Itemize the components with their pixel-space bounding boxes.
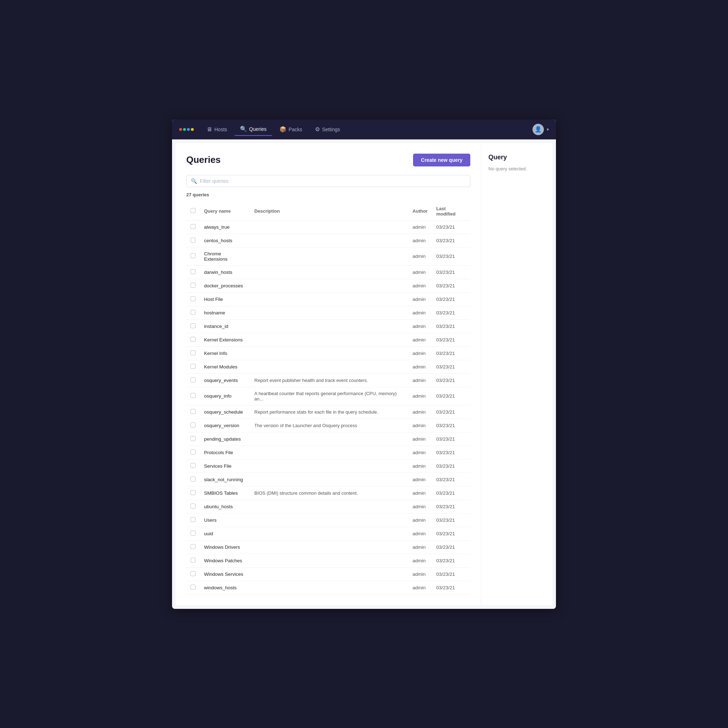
row-query-name[interactable]: Kernel Modules [200,360,250,373]
user-avatar[interactable]: 👤 [532,124,544,135]
row-query-name[interactable]: Windows Patches [200,554,250,567]
row-query-name[interactable]: windows_hosts [200,581,250,594]
row-query-name[interactable]: Windows Drivers [200,540,250,554]
row-query-name[interactable]: Kernel Extensions [200,333,250,346]
row-query-name[interactable]: darwin_hosts [200,265,250,279]
nav-item-hosts[interactable]: 🖥 Hosts [201,123,233,135]
table-row[interactable]: Windows Patches admin 03/23/21 [186,554,470,567]
row-query-name[interactable]: centos_hosts [200,234,250,247]
row-query-name[interactable]: Host File [200,292,250,306]
row-checkbox[interactable] [186,567,200,581]
row-checkbox[interactable] [186,473,200,486]
table-row[interactable]: osquery_version The version of the Launc… [186,418,470,432]
row-query-name[interactable]: Chrome Extensions [200,247,250,265]
table-row[interactable]: Chrome Extensions admin 03/23/21 [186,247,470,265]
row-checkbox[interactable] [186,234,200,247]
table-row[interactable]: always_true admin 03/23/21 [186,220,470,234]
row-checkbox[interactable] [186,405,200,418]
row-modified: 03/23/21 [432,247,470,265]
table-row[interactable]: slack_not_running admin 03/23/21 [186,473,470,486]
row-checkbox[interactable] [186,387,200,405]
row-query-name[interactable]: ubuntu_hosts [200,500,250,513]
row-query-name[interactable]: osquery_info [200,387,250,405]
row-checkbox[interactable] [186,220,200,234]
filter-input[interactable] [200,178,466,184]
table-row[interactable]: Users admin 03/23/21 [186,513,470,527]
row-query-name[interactable]: always_true [200,220,250,234]
row-author: admin [408,333,432,346]
row-checkbox[interactable] [186,265,200,279]
table-row[interactable]: centos_hosts admin 03/23/21 [186,234,470,247]
row-query-name[interactable]: hostname [200,306,250,319]
row-author: admin [408,581,432,594]
row-query-name[interactable]: Windows Services [200,567,250,581]
table-row[interactable]: docker_processes admin 03/23/21 [186,279,470,292]
row-query-name[interactable]: docker_processes [200,279,250,292]
table-row[interactable]: ubuntu_hosts admin 03/23/21 [186,500,470,513]
nav-item-packs[interactable]: 📦 Packs [274,123,308,135]
table-row[interactable]: Kernel Info admin 03/23/21 [186,346,470,360]
row-description [250,581,408,594]
row-checkbox[interactable] [186,554,200,567]
row-description: Report performance stats for each file i… [250,405,408,418]
row-checkbox[interactable] [186,418,200,432]
row-modified: 03/23/21 [432,527,470,540]
row-checkbox[interactable] [186,540,200,554]
row-checkbox[interactable] [186,486,200,500]
table-row[interactable]: windows_hosts admin 03/23/21 [186,581,470,594]
avatar-caret-icon[interactable]: ▾ [547,127,549,132]
row-query-name[interactable]: osquery_events [200,373,250,387]
row-checkbox[interactable] [186,446,200,459]
table-row[interactable]: Windows Services admin 03/23/21 [186,567,470,581]
table-row[interactable]: Windows Drivers admin 03/23/21 [186,540,470,554]
table-row[interactable]: osquery_events Report event publisher he… [186,373,470,387]
row-modified: 03/23/21 [432,387,470,405]
table-row[interactable]: darwin_hosts admin 03/23/21 [186,265,470,279]
table-row[interactable]: pending_updates admin 03/23/21 [186,432,470,446]
table-row[interactable]: SMBIOS Tables BIOS (DMI) structure commo… [186,486,470,500]
row-checkbox[interactable] [186,292,200,306]
row-query-name[interactable]: osquery_version [200,418,250,432]
row-query-name[interactable]: uuid [200,527,250,540]
row-checkbox[interactable] [186,373,200,387]
table-row[interactable]: Kernel Modules admin 03/23/21 [186,360,470,373]
queries-icon: 🔍 [240,126,247,132]
row-checkbox[interactable] [186,459,200,473]
row-query-name[interactable]: Users [200,513,250,527]
row-author: admin [408,446,432,459]
select-all-header[interactable] [186,202,200,221]
row-query-name[interactable]: osquery_schedule [200,405,250,418]
row-checkbox[interactable] [186,527,200,540]
row-checkbox[interactable] [186,581,200,594]
row-query-name[interactable]: Kernel Info [200,346,250,360]
row-query-name[interactable]: Services File [200,459,250,473]
nav-item-settings[interactable]: ⚙ Settings [309,123,346,135]
row-checkbox[interactable] [186,513,200,527]
row-query-name[interactable]: slack_not_running [200,473,250,486]
table-row[interactable]: osquery_info A heartbeat counter that re… [186,387,470,405]
table-row[interactable]: uuid admin 03/23/21 [186,527,470,540]
table-row[interactable]: Protocols File admin 03/23/21 [186,446,470,459]
create-new-query-button[interactable]: Create new query [413,154,470,166]
table-row[interactable]: Services File admin 03/23/21 [186,459,470,473]
row-checkbox[interactable] [186,346,200,360]
row-checkbox[interactable] [186,247,200,265]
row-query-name[interactable]: pending_updates [200,432,250,446]
row-checkbox[interactable] [186,279,200,292]
table-row[interactable]: Host File admin 03/23/21 [186,292,470,306]
table-row[interactable]: osquery_schedule Report performance stat… [186,405,470,418]
row-query-name[interactable]: instance_id [200,319,250,333]
row-checkbox[interactable] [186,500,200,513]
table-row[interactable]: instance_id admin 03/23/21 [186,319,470,333]
row-checkbox[interactable] [186,306,200,319]
table-row[interactable]: hostname admin 03/23/21 [186,306,470,319]
row-checkbox[interactable] [186,360,200,373]
nav-item-queries[interactable]: 🔍 Queries [234,123,272,136]
row-query-name[interactable]: Protocols File [200,446,250,459]
row-author: admin [408,346,432,360]
row-checkbox[interactable] [186,319,200,333]
row-query-name[interactable]: SMBIOS Tables [200,486,250,500]
table-row[interactable]: Kernel Extensions admin 03/23/21 [186,333,470,346]
row-checkbox[interactable] [186,333,200,346]
row-checkbox[interactable] [186,432,200,446]
